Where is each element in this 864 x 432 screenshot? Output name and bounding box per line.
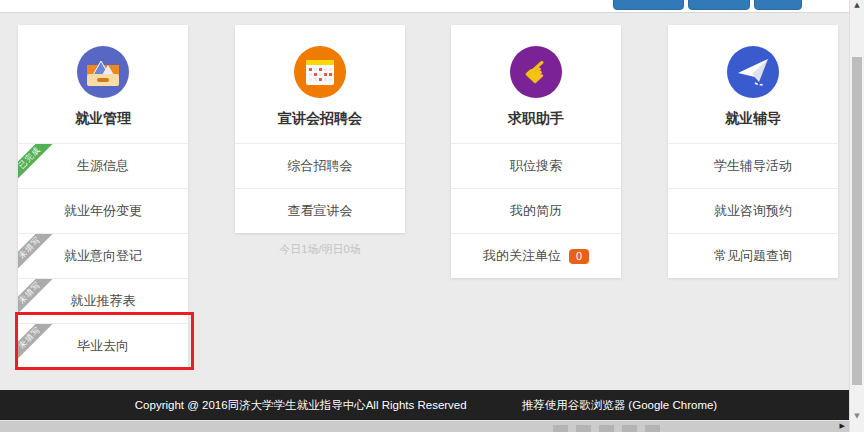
scrollbar-thumb[interactable] <box>852 57 862 385</box>
item-my-resume[interactable]: 我的简历 <box>451 188 621 233</box>
item-student-coaching-activities[interactable]: 学生辅导活动 <box>668 143 838 188</box>
item-view-info-sessions[interactable]: 查看宣讲会 <box>235 188 405 233</box>
scroll-up-arrow-icon[interactable]: ▲ <box>850 1 864 9</box>
pointing-hand-icon: ☛ <box>510 46 562 98</box>
item-employment-intention-registration[interactable]: 未填写 就业意向登记 <box>18 233 188 278</box>
card-header: 宣讲会招聘会 <box>235 25 405 143</box>
item-job-search[interactable]: 职位搜索 <box>451 143 621 188</box>
card-header: 就业辅导 <box>668 25 838 143</box>
card-info-sessions-job-fairs: 宣讲会招聘会 综合招聘会 查看宣讲会 <box>235 25 405 233</box>
item-employment-year-change[interactable]: 就业年份变更 <box>18 188 188 233</box>
item-label: 常见问题查询 <box>714 247 792 265</box>
item-label: 生源信息 <box>77 157 129 175</box>
cutoff-content-mark <box>576 425 591 432</box>
followed-count-badge: 0 <box>569 249 589 264</box>
toolbox-icon <box>77 46 129 98</box>
scroll-down-arrow-icon[interactable]: ▼ <box>850 412 864 420</box>
item-label: 毕业去向 <box>77 337 129 355</box>
card-job-hunting-assistant: ☛ 求职助手 职位搜索 我的简历 我的关注单位 0 <box>451 25 621 278</box>
top-bar <box>0 0 852 13</box>
top-button-1[interactable] <box>613 0 684 10</box>
status-ribbon-unfilled: 未填写 <box>18 233 55 273</box>
card-employment-coaching: 就业辅导 学生辅导活动 就业咨询预约 常见问题查询 <box>668 25 838 278</box>
item-label: 我的关注单位 <box>483 247 561 265</box>
calendar-icon <box>294 46 346 98</box>
item-my-followed-companies[interactable]: 我的关注单位 0 <box>451 233 621 278</box>
status-ribbon-unfilled: 未填写 <box>18 323 55 363</box>
card-title: 就业辅导 <box>725 110 781 128</box>
item-faq-search[interactable]: 常见问题查询 <box>668 233 838 278</box>
item-label: 就业推荐表 <box>71 292 136 310</box>
status-ribbon-unfilled: 未填写 <box>18 278 55 318</box>
sessions-count-note: 今日1场/明日0场 <box>235 242 405 257</box>
item-label: 职位搜索 <box>510 157 562 175</box>
item-label: 学生辅导活动 <box>714 157 792 175</box>
bottom-strip: ▶ <box>0 420 849 432</box>
card-employment-management: 就业管理 已完成 生源信息 就业年份变更 未填写 就业意向登记 未填写 就业推荐… <box>18 25 188 368</box>
top-button-2[interactable] <box>688 0 750 10</box>
item-label: 就业年份变更 <box>64 202 142 220</box>
item-employment-consultation-appointment[interactable]: 就业咨询预约 <box>668 188 838 233</box>
item-label: 我的简历 <box>510 202 562 220</box>
cutoff-content-mark <box>645 425 660 432</box>
item-student-source-info[interactable]: 已完成 生源信息 <box>18 143 188 188</box>
top-button-3[interactable] <box>754 0 802 10</box>
card-title: 求职助手 <box>508 110 564 128</box>
item-label: 就业咨询预约 <box>714 202 792 220</box>
status-ribbon-completed: 已完成 <box>18 143 55 183</box>
item-graduation-destination[interactable]: 未填写 毕业去向 <box>18 323 188 368</box>
vertical-scrollbar[interactable]: ▲ ▼ <box>849 0 864 432</box>
hscroll-right-arrow-icon[interactable]: ▶ <box>840 422 845 430</box>
card-title: 宣讲会招聘会 <box>278 110 362 128</box>
item-label: 就业意向登记 <box>64 247 142 265</box>
footer-bar: Copyright @ 2016同济大学学生就业指导中心All Rights R… <box>0 390 852 420</box>
card-header: 就业管理 <box>18 25 188 143</box>
cutoff-content-mark <box>553 425 568 432</box>
item-employment-recommendation-form[interactable]: 未填写 就业推荐表 <box>18 278 188 323</box>
cutoff-content-mark <box>622 425 637 432</box>
card-title: 就业管理 <box>75 110 131 128</box>
copyright-text: Copyright @ 2016同济大学学生就业指导中心All Rights R… <box>135 398 467 413</box>
browser-recommendation-text: 推荐使用谷歌浏览器 (Google Chrome) <box>522 398 718 413</box>
item-label: 综合招聘会 <box>288 157 353 175</box>
card-header: ☛ 求职助手 <box>451 25 621 143</box>
cutoff-content-mark <box>599 425 614 432</box>
item-label: 查看宣讲会 <box>288 202 353 220</box>
item-comprehensive-job-fair[interactable]: 综合招聘会 <box>235 143 405 188</box>
paper-plane-icon <box>727 46 779 98</box>
